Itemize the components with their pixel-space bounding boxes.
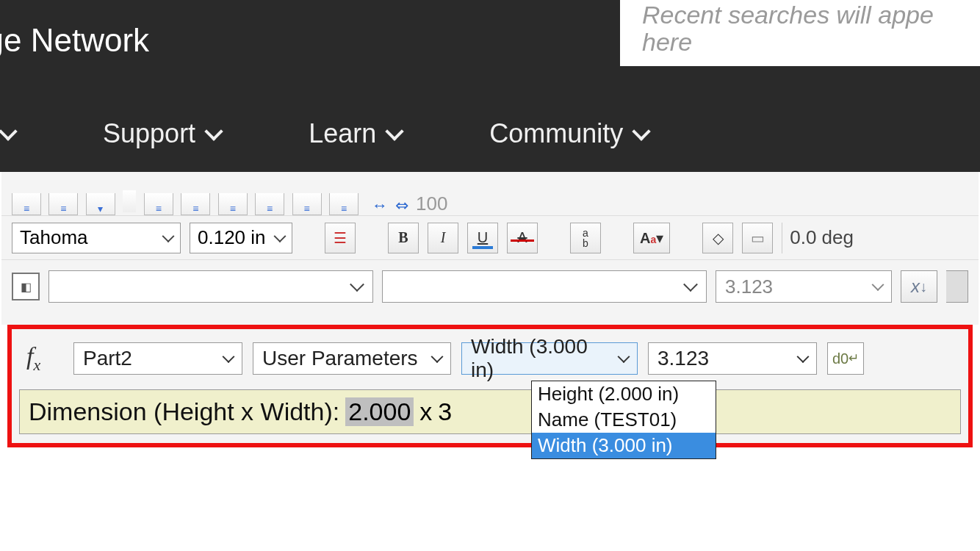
rotation-value: 0.0 deg [782,223,861,253]
dropdown-item-name[interactable]: Name (TEST01) [532,407,716,433]
spacing-icon[interactable]: ↔ [372,196,388,215]
list-icon[interactable]: ≡ [48,193,78,215]
justify-icon[interactable]: ≡ [255,193,284,215]
dropdown-item-width[interactable]: Width (3.000 in) [532,433,716,458]
strike-button[interactable]: A [507,223,538,253]
dropdown-icon[interactable]: ▾ [86,193,115,215]
nav-community[interactable]: Community [489,118,648,149]
param-source-value: Part2 [83,347,132,370]
param-source-select[interactable]: Part2 [73,342,242,375]
italic-button[interactable]: I [428,223,458,253]
chevron-down-icon [0,122,18,140]
primary-nav: ucts Support Learn Community [0,96,980,172]
zoom-value: 100 [416,192,447,215]
font-select[interactable]: Tahoma [12,223,181,253]
nav-products[interactable]: ucts [0,118,15,149]
recent-searches-hint: Recent searches will appe here [620,0,980,66]
dimension-height-value: 2.000 [345,397,414,426]
param-name-dropdown: Height (2.000 in) Name (TEST01) Width (3… [531,381,716,459]
param-name-value: Width (3.000 in) [471,335,612,382]
param-category-value: User Parameters [262,347,418,370]
text-format-toolbar: Tahoma 0.120 in ☰ B I U A ab Aa▾ ◇ ▭ 0.0… [1,216,979,260]
paint-bucket-icon[interactable]: ◇ [702,223,733,253]
style-select-1[interactable] [48,270,373,303]
property-combo-row: ◧ 3.123 x↓ [1,260,979,325]
site-banner: wledge Network Recent searches will appe… [0,0,980,172]
param-name-select[interactable]: Width (3.000 in) [461,342,638,375]
panel-toggle-icon[interactable]: ◧ [12,273,40,300]
fx-sub: x [33,356,40,374]
font-size-value: 0.120 in [198,226,266,249]
dimension-times: x [419,397,432,426]
param-precision-select[interactable]: 3.123 [648,342,817,375]
nav-learn[interactable]: Learn [309,118,401,149]
param-category-select[interactable]: User Parameters [253,342,451,375]
param-precision-value: 3.123 [657,347,709,370]
bold-button[interactable]: B [388,223,419,253]
chevron-down-icon [204,122,223,140]
alignment-toolbar-partial: ≡ ≡ ▾ ≡ ≡ ≡ ≡ ≡ ≡ ↔ ⇔ 100 [1,172,979,216]
underline-button[interactable]: U [467,223,498,253]
ruler-icon[interactable]: ▭ [742,223,773,253]
dimension-width-value-cut: 3 [438,397,452,426]
list-icon[interactable]: ≡ [12,193,41,215]
font-select-value: Tahoma [20,226,88,249]
extra-button[interactable] [946,270,968,303]
precision-value: 3.123 [725,276,773,298]
site-title: wledge Network [0,22,149,59]
font-size-input[interactable]: 0.120 in [190,223,292,253]
chevron-down-icon [385,122,403,140]
fx-icon: fx [26,342,63,375]
highlighted-parameter-bar: fx Part2 User Parameters Width (3.000 in… [7,325,973,447]
dropdown-item-height[interactable]: Height (2.000 in) [532,381,716,407]
recent-searches-line1: Recent searches will appe [642,1,934,29]
precision-select[interactable]: 3.123 [716,270,892,303]
style-select-2[interactable] [382,270,707,303]
text-format-menu-button[interactable]: Aa▾ [633,223,670,253]
insert-parameter-button[interactable]: d0↵ [827,342,864,375]
variable-insert-button[interactable]: x↓ [901,270,937,303]
align-right-icon[interactable]: ≡ [218,193,248,215]
stacked-text-button[interactable]: ab [570,223,601,253]
nav-support[interactable]: Support [103,118,220,149]
nav-learn-label: Learn [309,118,376,149]
dimension-text-field[interactable]: Dimension (Height x Width): 2.000 x 3 [19,389,961,434]
align-left-icon[interactable]: ≡ [144,193,173,215]
align-top-icon[interactable]: ≡ [292,193,322,215]
dimension-label: Dimension (Height x Width): [29,397,339,426]
recent-searches-line2: here [642,29,692,56]
align-center-icon[interactable]: ≡ [181,193,210,215]
chevron-down-icon [633,122,651,140]
stretch-icon[interactable]: ⇔ [395,196,408,215]
layers-icon[interactable]: ☰ [325,223,356,253]
nav-support-label: Support [103,118,195,149]
app-area: ≡ ≡ ▾ ≡ ≡ ≡ ≡ ≡ ≡ ↔ ⇔ 100 Tahoma 0.120 i… [0,172,980,447]
align-middle-icon[interactable]: ≡ [329,193,359,215]
nav-community-label: Community [489,118,623,149]
